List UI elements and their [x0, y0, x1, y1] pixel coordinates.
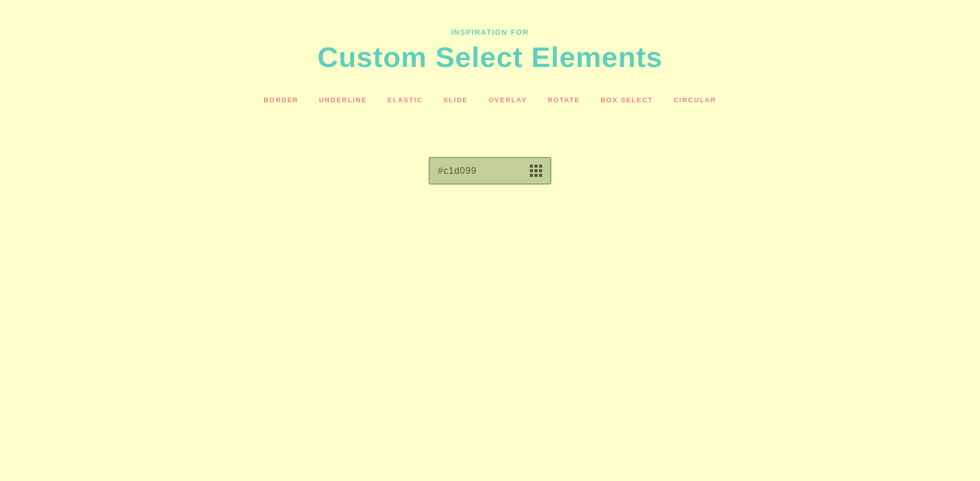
dot-9	[539, 174, 542, 177]
page-wrapper: INSPIRATION FOR Custom Select Elements B…	[0, 0, 980, 481]
dot-6	[539, 169, 542, 172]
nav-item-border[interactable]: BORDER	[264, 94, 298, 106]
header: INSPIRATION FOR Custom Select Elements	[317, 28, 663, 74]
nav-item-overlay[interactable]: OVERLAY	[488, 94, 527, 106]
dot-2	[534, 165, 538, 168]
dot-8	[534, 174, 538, 177]
nav-item-rotate[interactable]: ROTATE	[548, 94, 580, 106]
dot-3	[539, 165, 542, 168]
nav-menu: BORDER UNDERLINE ELASTIC SLIDE OVERLAY R…	[264, 94, 716, 106]
nav-item-slide[interactable]: SLIDE	[444, 94, 468, 106]
dot-1	[530, 165, 533, 168]
page-subtitle: INSPIRATION FOR	[317, 28, 663, 36]
nav-item-circular[interactable]: CIRCULAR	[673, 94, 716, 106]
dot-7	[530, 174, 533, 177]
nav-item-elastic[interactable]: ELASTIC	[387, 94, 423, 106]
grid-icon	[530, 165, 542, 177]
dot-4	[530, 169, 533, 172]
custom-select[interactable]: #c1d099	[429, 157, 551, 185]
nav-item-box-select[interactable]: BOX SELECT	[600, 94, 653, 106]
dot-5	[534, 169, 538, 172]
nav-item-underline[interactable]: UNDERLINE	[319, 94, 367, 106]
page-title: Custom Select Elements	[317, 40, 663, 74]
select-container: #c1d099	[429, 157, 551, 185]
select-value: #c1d099	[438, 166, 477, 176]
